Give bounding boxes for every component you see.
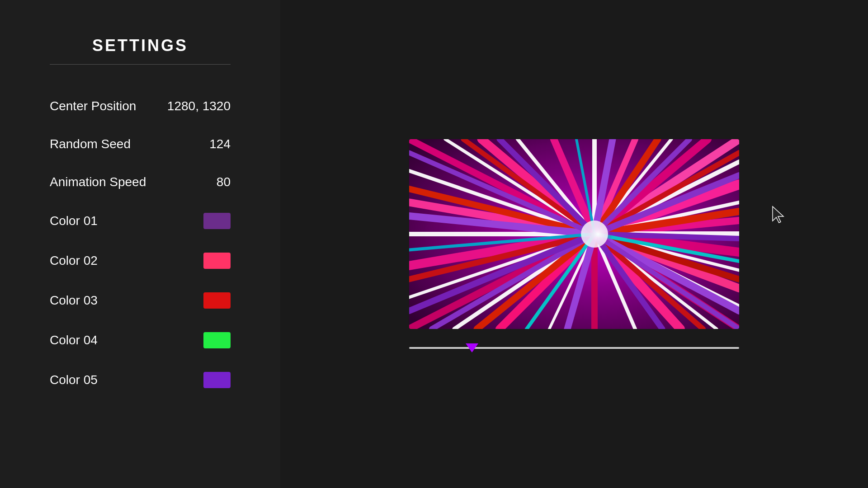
color01-swatch[interactable] <box>203 213 231 229</box>
color05-label: Color 05 <box>50 373 98 387</box>
cursor-icon <box>771 206 785 224</box>
svg-marker-62 <box>773 206 783 223</box>
timeline-thumb[interactable] <box>466 343 478 352</box>
color05-swatch[interactable] <box>203 372 231 388</box>
color03-swatch[interactable] <box>203 292 231 309</box>
random-seed-label: Random Seed <box>50 137 131 151</box>
random-seed-row: Random Seed 124 <box>50 125 231 163</box>
color04-label: Color 04 <box>50 333 98 347</box>
timeline-track[interactable] <box>409 347 739 349</box>
cursor-overlay <box>771 206 785 225</box>
color02-label: Color 02 <box>50 253 98 268</box>
center-position-label: Center Position <box>50 99 136 113</box>
color02-swatch[interactable] <box>203 253 231 269</box>
animation-speed-value: 80 <box>217 175 231 189</box>
preview-canvas <box>409 139 739 329</box>
random-seed-value: 124 <box>209 137 231 151</box>
settings-list: Center Position 1280, 1320 Random Seed 1… <box>50 87 231 400</box>
color04-row[interactable]: Color 04 <box>50 320 231 360</box>
settings-title: SETTINGS <box>92 36 188 55</box>
timeline-container[interactable] <box>409 347 739 349</box>
title-divider <box>50 64 231 65</box>
animation-speed-label: Animation Speed <box>50 175 146 189</box>
svg-point-61 <box>581 221 608 248</box>
center-position-row: Center Position 1280, 1320 <box>50 87 231 125</box>
center-position-value: 1280, 1320 <box>167 99 231 113</box>
color03-label: Color 03 <box>50 293 98 308</box>
settings-panel: SETTINGS Center Position 1280, 1320 Rand… <box>0 0 280 488</box>
color04-swatch[interactable] <box>203 332 231 348</box>
right-panel <box>280 0 868 488</box>
color03-row[interactable]: Color 03 <box>50 281 231 320</box>
color02-row[interactable]: Color 02 <box>50 241 231 281</box>
color01-row[interactable]: Color 01 <box>50 201 231 241</box>
animation-speed-row: Animation Speed 80 <box>50 163 231 201</box>
color01-label: Color 01 <box>50 214 98 228</box>
color05-row[interactable]: Color 05 <box>50 360 231 400</box>
starburst-visual <box>409 139 739 329</box>
